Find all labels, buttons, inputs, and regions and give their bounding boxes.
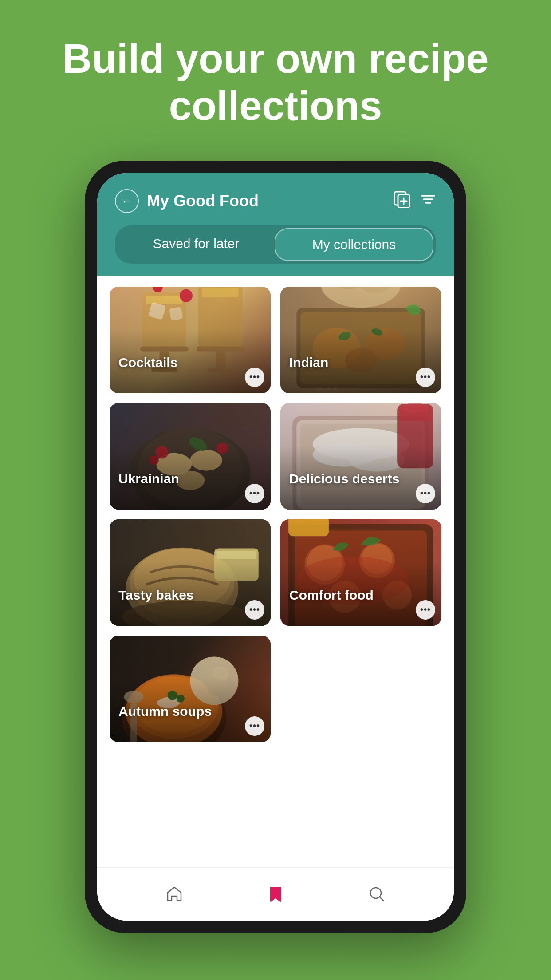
collections-grid-row2: Ukrainian •••	[110, 403, 441, 510]
indian-label: Indian	[289, 354, 328, 371]
app-header: ← My Good Food	[97, 173, 454, 276]
nav-home[interactable]	[165, 885, 184, 903]
filter-icon[interactable]	[420, 191, 436, 211]
deserts-more-button[interactable]: •••	[416, 484, 435, 503]
bakes-more-button[interactable]: •••	[245, 600, 264, 620]
indian-more-button[interactable]: •••	[416, 368, 435, 387]
collection-deserts[interactable]: Delicious deserts •••	[280, 403, 441, 510]
header-icons	[394, 191, 436, 211]
collections-grid-row1: Cocktails •••	[110, 287, 441, 393]
back-arrow-icon: ←	[121, 195, 133, 207]
comfort-more-button[interactable]: •••	[416, 600, 435, 620]
collections-grid-row4: Autumn soups •••	[110, 636, 441, 742]
empty-slot	[280, 636, 441, 742]
content-area: Cocktails •••	[97, 276, 454, 867]
collection-ukrainian[interactable]: Ukrainian •••	[110, 403, 271, 510]
soups-label: Autumn soups	[118, 703, 212, 720]
deserts-label: Delicious deserts	[289, 470, 399, 487]
tabs-bar: Saved for later My collections	[115, 225, 436, 264]
svg-line-87	[380, 897, 384, 901]
bakes-label: Tasty bakes	[118, 586, 194, 604]
bottom-nav	[97, 867, 454, 921]
ukrainian-more-button[interactable]: •••	[245, 484, 264, 503]
bookmark-icon	[266, 885, 285, 903]
add-collection-icon[interactable]	[394, 191, 410, 211]
tab-saved[interactable]: Saved for later	[118, 228, 275, 261]
collection-cocktails[interactable]: Cocktails •••	[110, 287, 271, 393]
hero-title: Build your own recipe collections	[0, 36, 551, 130]
collection-bakes[interactable]: Tasty bakes •••	[110, 519, 271, 626]
header-top: ← My Good Food	[115, 189, 436, 213]
soups-more-button[interactable]: •••	[245, 716, 264, 736]
collection-indian[interactable]: Indian •••	[280, 287, 441, 393]
home-icon	[165, 885, 184, 903]
search-icon	[367, 885, 386, 903]
app-title: My Good Food	[147, 192, 259, 210]
collections-grid-row3: Tasty bakes •••	[110, 519, 441, 626]
ukrainian-label: Ukrainian	[118, 470, 179, 487]
cocktails-more-button[interactable]: •••	[245, 368, 264, 387]
header-left: ← My Good Food	[115, 189, 259, 213]
phone-inner: ← My Good Food	[97, 173, 454, 921]
nav-search[interactable]	[367, 885, 386, 903]
cocktails-label: Cocktails	[118, 354, 177, 371]
collection-soups[interactable]: Autumn soups •••	[110, 636, 271, 742]
collection-comfort[interactable]: Comfort food •••	[280, 519, 441, 626]
comfort-label: Comfort food	[289, 586, 374, 604]
nav-saved[interactable]	[266, 885, 285, 903]
phone-shell: ← My Good Food	[85, 161, 466, 933]
tab-collections[interactable]: My collections	[275, 228, 433, 261]
back-button[interactable]: ←	[115, 189, 139, 213]
